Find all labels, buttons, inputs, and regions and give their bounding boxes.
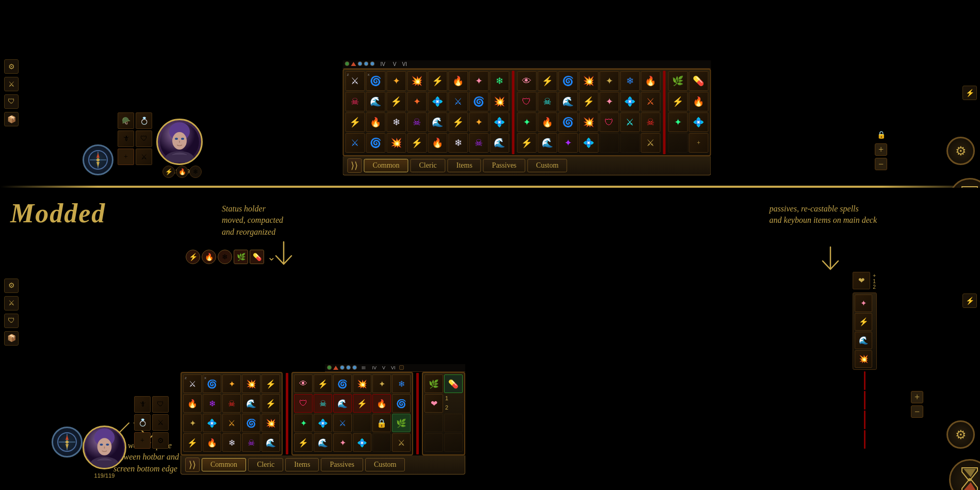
equip-b-2[interactable]: 🛡 (152, 396, 169, 413)
tab-passives-top[interactable]: Passives (483, 159, 525, 172)
item-slot-7[interactable] (668, 133, 688, 153)
side-icon-3[interactable]: 🛡 (4, 94, 19, 109)
tab-scroll-button[interactable]: ⟩⟩ (347, 158, 362, 173)
spell-slot-r14[interactable]: ⚔ (641, 92, 660, 111)
equip-slot-4[interactable]: 🛡 (136, 130, 152, 147)
spell-slot-r18[interactable]: 💥 (579, 112, 598, 132)
pass-slot-4[interactable]: 💥 (855, 350, 872, 368)
spell-slot-2[interactable]: x🌀 (366, 71, 385, 91)
wheel-button-bottom[interactable]: ⚙ (946, 420, 975, 449)
spell-slot-r19[interactable]: 🛡 (599, 112, 619, 132)
mod-mid-4[interactable]: 💥 (353, 374, 371, 393)
mod-mid-14[interactable]: 💠 (314, 414, 332, 432)
pass-slot-1[interactable]: ✦ (855, 295, 872, 312)
spell-slot-27[interactable]: 💥 (386, 133, 406, 153)
bottom-minus[interactable]: − (911, 405, 923, 418)
side-icon-right-1[interactable]: ⚡ (962, 86, 977, 100)
compass-button-bottom[interactable] (52, 427, 83, 458)
spell-slot-1[interactable]: z⚔ (345, 71, 365, 91)
mod-mid-17[interactable]: 🔒 (372, 414, 391, 432)
mod-mid-10[interactable]: ⚡ (353, 394, 371, 413)
mod-slot-8[interactable]: ☠ (222, 394, 241, 413)
compass-button-top[interactable] (83, 144, 113, 175)
mod-mid-15[interactable]: ⚔ (333, 414, 352, 432)
spell-slot-r1[interactable]: 👁 (517, 71, 536, 91)
spell-slot-18[interactable]: 🔥 (366, 112, 385, 132)
spell-slot-7[interactable]: ✦ (469, 71, 488, 91)
pass-1[interactable]: ❤ (853, 272, 870, 289)
bottom-plus[interactable]: + (911, 391, 923, 403)
equip-slot-6[interactable]: ⚔ (136, 149, 152, 165)
spell-slot-r20[interactable]: ⚔ (620, 112, 640, 132)
equip-b-6[interactable]: ⚙ (152, 432, 169, 449)
spell-slot-r17[interactable]: 🌀 (558, 112, 578, 132)
spell-slot-3[interactable]: ✦ (386, 71, 406, 91)
item-slot-5[interactable]: ✦ (668, 112, 688, 132)
spell-slot-r25[interactable]: 💠 (579, 133, 598, 153)
mod-mid-9[interactable]: 🌊 (333, 394, 352, 413)
tab-items-top[interactable]: Items (448, 159, 481, 172)
mod-slot-11[interactable]: ✦ (183, 414, 202, 432)
mod-mid-24[interactable]: ⚔ (392, 433, 411, 452)
mod-slot-16[interactable]: ⚡ (183, 433, 202, 452)
spell-slot-26[interactable]: 🌀 (366, 133, 385, 153)
spell-slot-r21[interactable]: ☠ (641, 112, 660, 132)
mod-slot-10[interactable]: ⚡ (262, 394, 280, 413)
side-b-3[interactable]: 🛡 (4, 314, 19, 328)
mod-mid-20[interactable]: 🌊 (314, 433, 332, 452)
spell-slot-10[interactable]: 🌊 (366, 92, 385, 111)
spell-slot-31[interactable]: ☠ (469, 133, 488, 153)
mod-mid-21[interactable]: ✦ (333, 433, 352, 452)
spell-slot-r22[interactable]: ⚡ (517, 133, 536, 153)
mod-r-2[interactable]: 💊 (444, 374, 463, 393)
tab-passives-bottom[interactable]: Passives (321, 458, 363, 471)
mod-slot-4[interactable]: 💥 (242, 374, 260, 393)
item-slot-6[interactable]: 💠 (689, 112, 708, 132)
item-slot-4[interactable]: 🔥 (689, 92, 708, 111)
spell-slot-r13[interactable]: 💠 (620, 92, 640, 111)
mod-mid-16[interactable] (353, 414, 371, 432)
minus-button-top[interactable]: − (875, 158, 887, 170)
mod-slot-17[interactable]: 🔥 (203, 433, 221, 452)
spell-slot-9[interactable]: ☠ (345, 92, 365, 111)
spell-slot-14[interactable]: ⚔ (448, 92, 468, 111)
tab-items-bottom[interactable]: Items (285, 458, 319, 471)
equip-b-1[interactable]: 🗡 (134, 396, 151, 413)
mod-slot-2[interactable]: x🌀 (203, 374, 221, 393)
spell-slot-r3[interactable]: 🌀 (558, 71, 578, 91)
spell-slot-r26[interactable] (599, 133, 619, 153)
spell-slot-17[interactable]: ⚡ (345, 112, 365, 132)
equip-slot-3[interactable]: 🗡 (118, 130, 134, 147)
mod-mid-22[interactable]: 💠 (353, 433, 371, 452)
spell-slot-r15[interactable]: ✦ (517, 112, 536, 132)
spell-slot-r12[interactable]: ✦ (599, 92, 619, 111)
pass-slot-2[interactable]: ⚡ (855, 313, 872, 331)
spell-slot-12[interactable]: ✦ (407, 92, 427, 111)
mod-mid-18[interactable]: 🌿 (392, 414, 411, 432)
side-b-1[interactable]: ⚙ (4, 279, 19, 293)
tab-cleric-bottom[interactable]: Cleric (248, 458, 283, 471)
tab-scroll-bottom[interactable]: ⟩⟩ (185, 458, 200, 472)
spell-slot-r8[interactable]: 🛡 (517, 92, 536, 111)
spell-slot-23[interactable]: ✦ (469, 112, 488, 132)
mod-r-5[interactable] (444, 414, 463, 432)
mod-mid-11[interactable]: 🔥 (372, 394, 391, 413)
mod-slot-14[interactable]: 🌀 (242, 414, 260, 432)
spell-slot-6[interactable]: 🔥 (448, 71, 468, 91)
character-portrait-top[interactable] (156, 119, 203, 165)
spell-slot-29[interactable]: 🔥 (428, 133, 447, 153)
mod-slot-6[interactable]: 🔥 (183, 394, 202, 413)
side-b-right-1[interactable]: ⚡ (962, 293, 977, 308)
mod-slot-7[interactable]: ❄ (203, 394, 221, 413)
mod-slot-20[interactable]: 🌊 (262, 433, 280, 452)
tab-custom-top[interactable]: Custom (527, 159, 567, 172)
equip-slot-5[interactable]: + (118, 149, 134, 165)
mod-slot-15[interactable]: 💥 (262, 414, 280, 432)
spell-slot-r5[interactable]: ✦ (599, 71, 619, 91)
tab-cleric-top[interactable]: Cleric (411, 159, 446, 172)
spell-slot-11[interactable]: ⚡ (386, 92, 406, 111)
mod-slot-9[interactable]: 🌊 (242, 394, 260, 413)
side-b-2[interactable]: ⚔ (4, 296, 19, 311)
spell-slot-20[interactable]: ☠ (407, 112, 427, 132)
equip-slot-1[interactable]: 🪖 (118, 112, 134, 129)
